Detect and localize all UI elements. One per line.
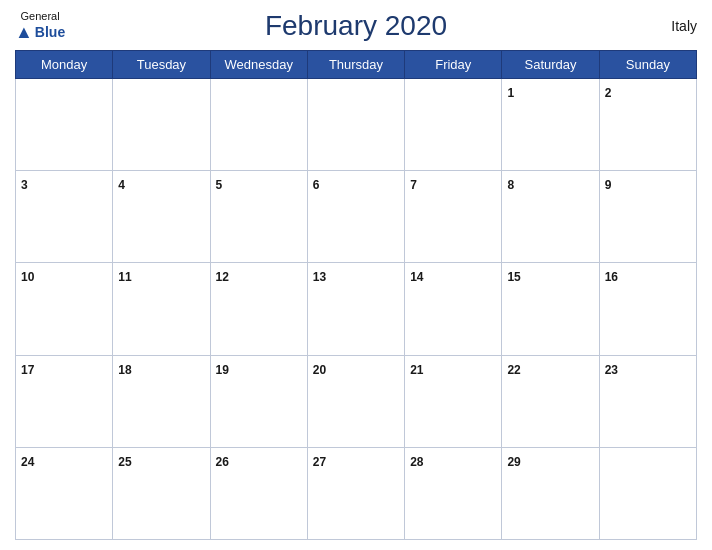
- calendar-cell: 14: [405, 263, 502, 355]
- calendar-cell: 22: [502, 355, 599, 447]
- calendar-cell: 7: [405, 171, 502, 263]
- country-label: Italy: [671, 18, 697, 34]
- day-number: 29: [507, 455, 520, 469]
- day-number: 18: [118, 363, 131, 377]
- calendar-cell: 21: [405, 355, 502, 447]
- calendar-cell: 25: [113, 447, 210, 539]
- calendar-body: 1234567891011121314151617181920212223242…: [16, 79, 697, 540]
- logo-blue-text: Blue: [35, 24, 65, 40]
- calendar-cell: [307, 79, 404, 171]
- day-number: 23: [605, 363, 618, 377]
- week-row-2: 3456789: [16, 171, 697, 263]
- day-number: 8: [507, 178, 514, 192]
- weekday-monday: Monday: [16, 51, 113, 79]
- day-number: 9: [605, 178, 612, 192]
- day-number: 13: [313, 270, 326, 284]
- day-number: 19: [216, 363, 229, 377]
- calendar-cell: 6: [307, 171, 404, 263]
- day-number: 12: [216, 270, 229, 284]
- day-number: 26: [216, 455, 229, 469]
- week-row-1: 12: [16, 79, 697, 171]
- weekday-sunday: Sunday: [599, 51, 696, 79]
- day-number: 2: [605, 86, 612, 100]
- day-number: 4: [118, 178, 125, 192]
- day-number: 27: [313, 455, 326, 469]
- calendar-cell: 27: [307, 447, 404, 539]
- weekday-tuesday: Tuesday: [113, 51, 210, 79]
- week-row-5: 242526272829: [16, 447, 697, 539]
- calendar-header: General ▲ Blue February 2020 Italy: [15, 10, 697, 42]
- week-row-3: 10111213141516: [16, 263, 697, 355]
- calendar-cell: 15: [502, 263, 599, 355]
- day-number: 24: [21, 455, 34, 469]
- calendar-cell: [599, 447, 696, 539]
- calendar-cell: 17: [16, 355, 113, 447]
- day-number: 6: [313, 178, 320, 192]
- calendar-cell: 5: [210, 171, 307, 263]
- logo-bird-icon: ▲: [15, 22, 33, 43]
- day-number: 22: [507, 363, 520, 377]
- calendar-cell: [113, 79, 210, 171]
- calendar-cell: [405, 79, 502, 171]
- calendar-cell: 1: [502, 79, 599, 171]
- day-number: 5: [216, 178, 223, 192]
- weekday-header-row: MondayTuesdayWednesdayThursdayFridaySatu…: [16, 51, 697, 79]
- weekday-thursday: Thursday: [307, 51, 404, 79]
- calendar-cell: 19: [210, 355, 307, 447]
- calendar-title: February 2020: [265, 10, 447, 42]
- day-number: 11: [118, 270, 131, 284]
- calendar-cell: 20: [307, 355, 404, 447]
- day-number: 7: [410, 178, 417, 192]
- calendar-cell: [210, 79, 307, 171]
- weekday-wednesday: Wednesday: [210, 51, 307, 79]
- day-number: 21: [410, 363, 423, 377]
- calendar-cell: 13: [307, 263, 404, 355]
- calendar-cell: 3: [16, 171, 113, 263]
- day-number: 3: [21, 178, 28, 192]
- calendar-cell: 11: [113, 263, 210, 355]
- calendar-table: MondayTuesdayWednesdayThursdayFridaySatu…: [15, 50, 697, 540]
- calendar-cell: 9: [599, 171, 696, 263]
- calendar-cell: 26: [210, 447, 307, 539]
- calendar-cell: 4: [113, 171, 210, 263]
- day-number: 28: [410, 455, 423, 469]
- day-number: 17: [21, 363, 34, 377]
- calendar-cell: 2: [599, 79, 696, 171]
- day-number: 10: [21, 270, 34, 284]
- logo: General ▲ Blue: [15, 10, 65, 43]
- calendar-cell: 8: [502, 171, 599, 263]
- calendar-cell: 28: [405, 447, 502, 539]
- logo-general-text: General: [21, 10, 60, 22]
- calendar-cell: 12: [210, 263, 307, 355]
- day-number: 15: [507, 270, 520, 284]
- day-number: 25: [118, 455, 131, 469]
- calendar-cell: [16, 79, 113, 171]
- calendar-cell: 24: [16, 447, 113, 539]
- day-number: 16: [605, 270, 618, 284]
- calendar-cell: 23: [599, 355, 696, 447]
- calendar-cell: 18: [113, 355, 210, 447]
- week-row-4: 17181920212223: [16, 355, 697, 447]
- day-number: 14: [410, 270, 423, 284]
- day-number: 20: [313, 363, 326, 377]
- weekday-friday: Friday: [405, 51, 502, 79]
- calendar-cell: 16: [599, 263, 696, 355]
- calendar-cell: 10: [16, 263, 113, 355]
- calendar-cell: 29: [502, 447, 599, 539]
- day-number: 1: [507, 86, 514, 100]
- weekday-saturday: Saturday: [502, 51, 599, 79]
